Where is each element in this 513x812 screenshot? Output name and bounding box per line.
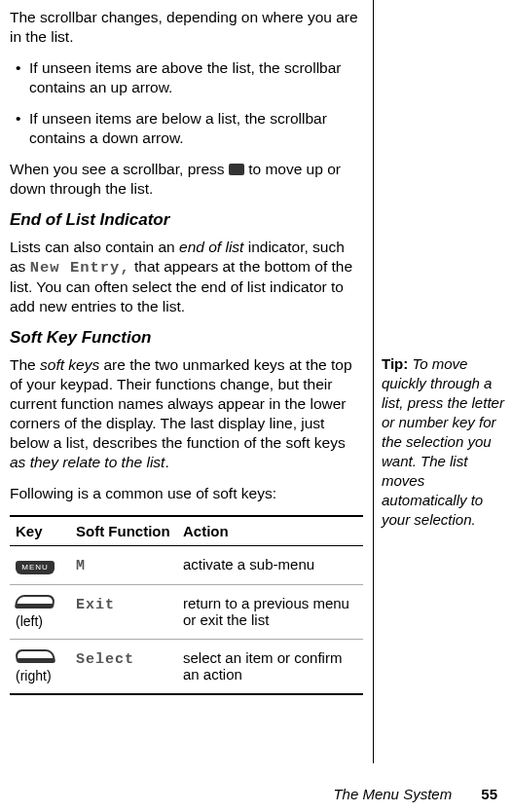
tip-label: Tip: (382, 355, 412, 372)
table-header-row: Key Soft Function Action (10, 516, 363, 546)
key-label: (right) (16, 668, 64, 683)
text-italic: soft keys (40, 356, 99, 373)
text: When you see a scrollbar, press (10, 161, 229, 177)
text: . (165, 454, 168, 470)
cell-action: activate a sub-menu (177, 546, 363, 585)
scrollbar-behaviors-list: If unseen items are above the list, the … (29, 58, 363, 148)
list-item: If unseen items are above the list, the … (29, 58, 363, 97)
left-soft-key-icon (15, 595, 55, 609)
menu-key-icon: MENU (16, 561, 55, 574)
soft-key-para: The soft keys are the two unmarked keys … (10, 355, 363, 472)
cell-key: (right) (10, 640, 70, 695)
text-mono: M (76, 558, 86, 574)
cell-key: MENU (10, 546, 70, 585)
cell-fn: Select (70, 640, 177, 695)
text: Lists can also contain an (10, 239, 179, 255)
page-footer: The Menu System 55 (333, 786, 497, 802)
scrollbar-intro: The scrollbar changes, depending on wher… (10, 8, 363, 47)
page-number: 55 (481, 786, 497, 802)
end-of-list-para: Lists can also contain an end of list in… (10, 238, 363, 316)
scrollbar-press-para: When you see a scrollbar, press to move … (10, 160, 363, 199)
main-column: The scrollbar changes, depending on wher… (0, 0, 374, 763)
tip-block: Tip: To move quickly through a list, pre… (382, 354, 513, 530)
cell-action: select an item or confirm an action (177, 640, 363, 695)
text: The (10, 356, 40, 373)
side-column: Tip: To move quickly through a list, pre… (374, 0, 513, 763)
soft-key-table: Key Soft Function Action MENU M activate… (10, 515, 363, 695)
table-header-key: Key (10, 516, 70, 546)
cell-fn: M (70, 546, 177, 585)
list-item: If unseen items are below a list, the sc… (29, 109, 363, 148)
text-italic: as they relate to the list (10, 454, 165, 470)
table-row: (right) Select select an item or confirm… (10, 640, 363, 695)
text-mono: New Entry, (30, 259, 130, 277)
heading-soft-key: Soft Key Function (10, 328, 363, 348)
footer-section: The Menu System (333, 786, 452, 802)
tip-text: To move quickly through a list, press th… (382, 355, 504, 528)
table-header-action: Action (177, 516, 363, 546)
cell-key: (left) (10, 585, 70, 640)
table-header-fn: Soft Function (70, 516, 177, 546)
text-mono: Exit (76, 597, 115, 613)
table-row: (left) Exit return to a previous menu or… (10, 585, 363, 640)
right-soft-key-icon (15, 649, 55, 663)
text-italic: end of list (179, 239, 243, 255)
table-row: MENU M activate a sub-menu (10, 546, 363, 585)
nav-key-icon (229, 164, 244, 175)
soft-key-intro: Following is a common use of soft keys: (10, 484, 363, 503)
heading-end-of-list: End of List Indicator (10, 210, 363, 230)
key-label: (left) (16, 613, 64, 629)
cell-action: return to a previous menu or exit the li… (177, 585, 363, 640)
cell-fn: Exit (70, 585, 177, 640)
text-mono: Select (76, 651, 134, 668)
